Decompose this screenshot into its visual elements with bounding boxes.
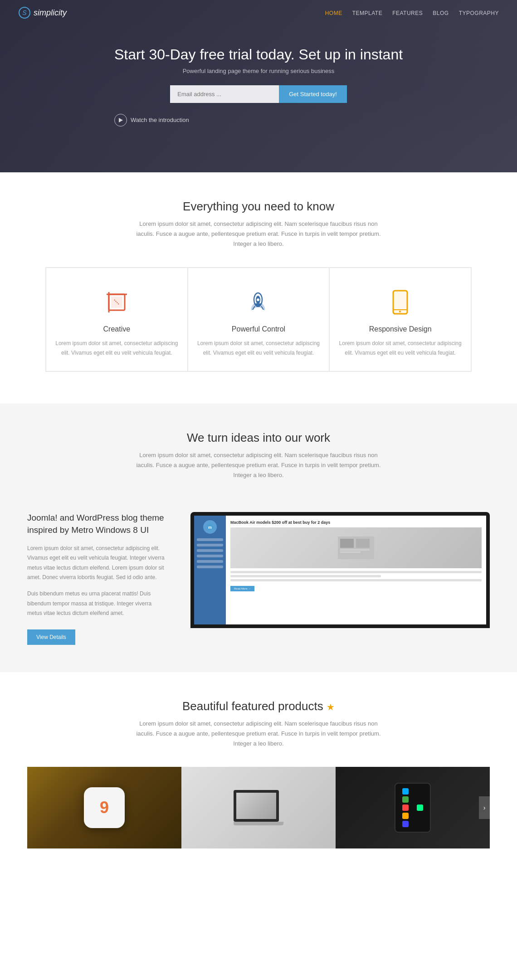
products-title-text: Beautiful featured products xyxy=(182,699,323,713)
laptop-screen: m MacBook Air mo xyxy=(194,516,486,624)
email-input[interactable] xyxy=(170,85,279,103)
screen-image xyxy=(230,527,482,568)
navigation: S simplicity HOME TEMPLATE FEATURES BLOG… xyxy=(0,0,517,25)
product-device-2 xyxy=(234,790,279,822)
screen-text-3 xyxy=(230,579,482,581)
features-section: Everything you need to know Lorem ipsum … xyxy=(0,172,517,404)
nav-links: HOME TEMPLATE FEATURES BLOG TYPOGRAPHY xyxy=(325,9,499,17)
watch-intro[interactable]: Watch the introduction xyxy=(114,114,403,127)
nav-features[interactable]: FEATURES xyxy=(392,10,423,16)
nav-template[interactable]: TEMPLATE xyxy=(352,10,382,16)
hero-title: Start 30-Day free trial today. Set up in… xyxy=(114,46,403,63)
logo[interactable]: S simplicity xyxy=(18,6,67,19)
ideas-layout: Joomla! and WordPress blog theme inspire… xyxy=(27,503,490,672)
products-grid: 9 xyxy=(27,767,490,848)
play-button[interactable] xyxy=(114,114,127,127)
screen-text-2 xyxy=(230,575,381,577)
app-icon-1 xyxy=(402,788,409,795)
product-card-3[interactable] xyxy=(336,767,490,848)
device-screen-2 xyxy=(236,793,276,819)
laptop-frame: m MacBook Air mo xyxy=(190,512,490,628)
app-icon-5 xyxy=(402,821,409,827)
sidebar-item-3 xyxy=(197,549,223,552)
ideas-title: We turn ideas into our work xyxy=(27,431,490,445)
screen-main-content: MacBook Air models $200 off at best buy … xyxy=(226,516,486,624)
svg-text:m: m xyxy=(208,525,212,530)
logo-text: simplicity xyxy=(34,8,67,18)
app-icon-2 xyxy=(402,796,409,803)
sidebar-item-2 xyxy=(197,544,223,546)
sidebar-item-5 xyxy=(197,560,223,563)
hero-form: Get Started today! xyxy=(114,85,403,103)
rocket-icon xyxy=(246,290,271,315)
product-bg-1: 9 xyxy=(27,767,181,848)
feature-creative-icon-container xyxy=(55,286,178,318)
svg-rect-22 xyxy=(340,551,361,553)
products-desc: Lorem ipsum dolor sit amet, consectetur … xyxy=(132,719,385,749)
feature-control-name: Powerful Control xyxy=(197,325,320,333)
ideas-body-2: Duis bibendum metus eu urna placerat mat… xyxy=(27,589,168,619)
svg-point-11 xyxy=(257,298,259,301)
product-device-3 xyxy=(395,783,431,833)
app-icon-3 xyxy=(402,804,409,811)
product-device-1: 9 xyxy=(84,787,125,828)
feature-responsive-text: Lorem ipsum dolor sit amet, consectetur … xyxy=(339,339,462,357)
nav-typography[interactable]: TYPOGRAPHY xyxy=(459,10,499,16)
svg-rect-19 xyxy=(340,539,354,548)
carousel-right-arrow[interactable]: › xyxy=(479,796,490,819)
app-icon-6 xyxy=(417,804,423,811)
svg-rect-21 xyxy=(340,549,370,551)
feature-responsive-name: Responsive Design xyxy=(339,325,462,333)
screen-headline: MacBook Air models $200 off at best buy … xyxy=(230,520,482,525)
view-details-button[interactable]: View Details xyxy=(27,629,75,645)
product-bg-2 xyxy=(181,767,336,848)
ideas-text-block: Joomla! and WordPress blog theme inspire… xyxy=(27,503,181,672)
device-number-1: 9 xyxy=(100,798,109,817)
svg-rect-5 xyxy=(111,297,122,308)
ideas-body-1: Lorem ipsum dolor sit amet, consectetur … xyxy=(27,544,168,583)
svg-rect-20 xyxy=(356,539,370,548)
app-icon-4 xyxy=(402,813,409,819)
screen-sidebar: m xyxy=(194,516,226,624)
ideas-desc: Lorem ipsum dolor sit amet, consectetur … xyxy=(132,450,385,480)
feature-creative-name: Creative xyxy=(55,325,178,333)
screen-read-more: Read More → xyxy=(230,586,254,591)
features-grid: Creative Lorem ipsum dolor sit amet, con… xyxy=(45,267,472,372)
ideas-heading: Joomla! and WordPress blog theme inspire… xyxy=(27,512,168,536)
feature-control-icon-container xyxy=(197,286,320,318)
products-title: Beautiful featured products ★ xyxy=(27,699,490,713)
features-title: Everything you need to know xyxy=(27,200,490,214)
products-section: Beautiful featured products ★ Lorem ipsu… xyxy=(0,672,517,871)
svg-text:S: S xyxy=(22,9,27,16)
svg-rect-13 xyxy=(393,291,407,314)
crop-icon xyxy=(104,290,129,315)
play-icon xyxy=(119,118,123,122)
laptop-mockup: m MacBook Air mo xyxy=(181,503,490,628)
features-desc: Lorem ipsum dolor sit amet, consectetur … xyxy=(132,219,385,249)
hero-content: Start 30-Day free trial today. Set up in… xyxy=(114,46,403,127)
sidebar-item-4 xyxy=(197,555,223,557)
product-card-2[interactable] xyxy=(181,767,336,848)
hero-section: S simplicity HOME TEMPLATE FEATURES BLOG… xyxy=(0,0,517,172)
mobile-icon xyxy=(390,290,410,315)
product-bg-3 xyxy=(336,767,490,848)
screen-logo: m xyxy=(203,520,217,534)
logo-icon: S xyxy=(18,6,31,19)
ideas-section: We turn ideas into our work Lorem ipsum … xyxy=(0,404,517,672)
nav-blog[interactable]: BLOG xyxy=(433,10,449,16)
product-card-1[interactable]: 9 xyxy=(27,767,181,848)
hero-subtitle: Powerful landing page theme for running … xyxy=(114,68,403,74)
feature-control: Powerful Control Lorem ipsum dolor sit a… xyxy=(188,268,330,371)
feature-responsive: Responsive Design Lorem ipsum dolor sit … xyxy=(329,268,471,371)
feature-control-text: Lorem ipsum dolor sit amet, consectetur … xyxy=(197,339,320,357)
sidebar-item-1 xyxy=(197,538,223,541)
screen-text-1 xyxy=(230,571,482,573)
products-carousel: ‹ 9 xyxy=(27,767,490,848)
feature-responsive-icon-container xyxy=(339,286,462,318)
feature-creative-text: Lorem ipsum dolor sit amet, consectetur … xyxy=(55,339,178,357)
nav-home[interactable]: HOME xyxy=(325,10,342,16)
watch-label: Watch the introduction xyxy=(131,117,189,123)
cta-button[interactable]: Get Started today! xyxy=(279,85,347,103)
svg-point-15 xyxy=(399,311,401,312)
feature-creative: Creative Lorem ipsum dolor sit amet, con… xyxy=(46,268,188,371)
